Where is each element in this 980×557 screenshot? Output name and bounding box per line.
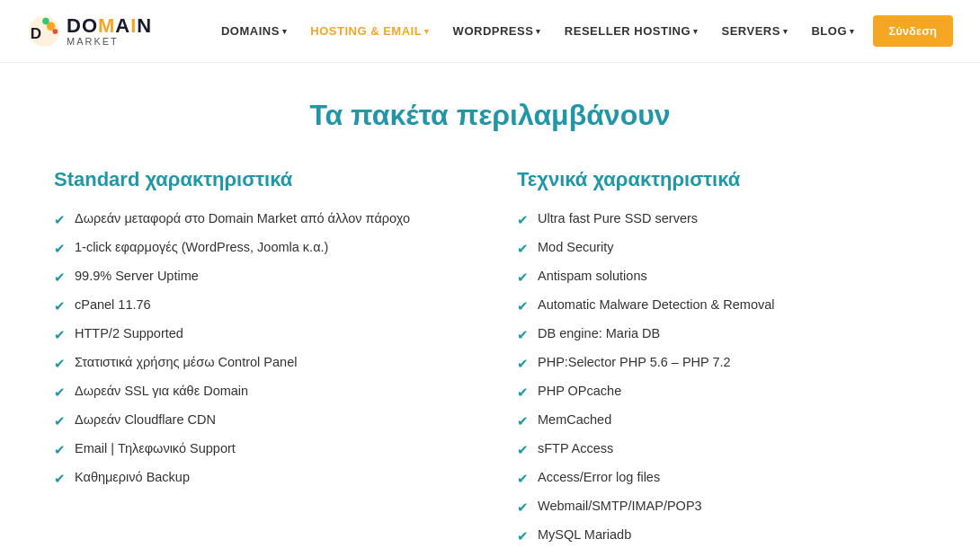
chevron-down-icon: ▾ (282, 27, 288, 36)
list-item: ✔HTTP/2 Supported (54, 324, 463, 344)
list-item: ✔sFTP Access (517, 439, 926, 459)
nav-item-reseller[interactable]: RESELLER HOSTING ▾ (556, 17, 708, 45)
svg-point-4 (42, 17, 49, 24)
checkmark-icon: ✔ (517, 383, 529, 402)
checkmark-icon: ✔ (517, 526, 529, 545)
list-item: ✔MySQL Mariadb (517, 526, 926, 545)
navbar: D DoMaIN MaRket DOMAINS ▾ HOSTING & EMAI… (0, 0, 980, 63)
technical-feature-list: ✔Ultra fast Pure SSD servers✔Mod Securit… (517, 209, 926, 545)
chevron-down-icon: ▾ (536, 27, 541, 36)
checkmark-icon: ✔ (54, 440, 66, 459)
chevron-down-icon: ▾ (850, 27, 855, 36)
list-item: ✔Καθημερινό Backup (54, 468, 463, 488)
list-item: ✔Antispam solutions (517, 267, 926, 287)
chevron-down-icon: ▾ (693, 27, 699, 36)
nav-item-servers[interactable]: SERVERS ▾ (713, 17, 797, 45)
list-item: ✔Δωρεάν μεταφορά στο Domain Market από ά… (54, 209, 463, 229)
list-item: ✔Email | Τηλεφωνικό Support (54, 439, 463, 459)
login-button[interactable]: Σύνδεση (873, 15, 954, 47)
checkmark-icon: ✔ (54, 239, 66, 258)
checkmark-icon: ✔ (54, 383, 66, 402)
svg-text:D: D (31, 24, 41, 41)
svg-point-3 (53, 29, 58, 34)
standard-heading: Standard χαρακτηριστικά (54, 168, 463, 191)
list-item: ✔MemCached (517, 411, 926, 430)
list-item: ✔Δωρεάν Cloudflare CDN (54, 411, 463, 430)
checkmark-icon: ✔ (54, 469, 66, 488)
checkmark-icon: ✔ (517, 239, 529, 258)
checkmark-icon: ✔ (517, 411, 529, 430)
features-grid: Standard χαρακτηριστικά ✔Δωρεάν μεταφορά… (54, 168, 926, 545)
list-item: ✔PHP:Selector PHP 5.6 – PHP 7.2 (517, 353, 926, 373)
list-item: ✔DB engine: Maria DB (517, 324, 926, 344)
logo[interactable]: D DoMaIN MaRket (27, 14, 152, 49)
list-item: ✔Στατιστικά χρήσης μέσω Control Panel (54, 353, 463, 373)
logo-top-text: DoMaIN (67, 16, 152, 36)
standard-features-section: Standard χαρακτηριστικά ✔Δωρεάν μεταφορά… (54, 168, 463, 545)
checkmark-icon: ✔ (517, 325, 529, 344)
chevron-down-icon: ▾ (424, 27, 430, 36)
technical-heading: Τεχνικά χαρακτηριστικά (517, 168, 926, 191)
checkmark-icon: ✔ (517, 469, 529, 488)
nav-item-hosting[interactable]: HOSTING & EMAIL ▾ (301, 17, 438, 45)
checkmark-icon: ✔ (517, 440, 529, 459)
checkmark-icon: ✔ (54, 325, 66, 344)
chevron-down-icon: ▾ (783, 27, 788, 36)
nav-item-domains[interactable]: DOMAINS ▾ (212, 17, 296, 45)
page-title: Τα πακέτα περιλαμβάνουν (54, 99, 926, 132)
checkmark-icon: ✔ (517, 210, 529, 229)
nav-links: DOMAINS ▾ HOSTING & EMAIL ▾ WORDPRESS ▾ … (212, 17, 864, 45)
checkmark-icon: ✔ (517, 268, 529, 287)
list-item: ✔Automatic Malware Detection & Removal (517, 296, 926, 315)
checkmark-icon: ✔ (54, 411, 66, 430)
list-item: ✔Ultra fast Pure SSD servers (517, 209, 926, 229)
checkmark-icon: ✔ (54, 296, 66, 315)
logo-bottom-text: MaRket (67, 36, 152, 47)
standard-feature-list: ✔Δωρεάν μεταφορά στο Domain Market από ά… (54, 209, 463, 488)
list-item: ✔1-click εφαρμογές (WordPress, Joomla κ.… (54, 238, 463, 258)
list-item: ✔Access/Error log files (517, 468, 926, 488)
checkmark-icon: ✔ (54, 354, 66, 373)
main-content: Τα πακέτα περιλαμβάνουν Standard χαρακτη… (0, 63, 980, 557)
checkmark-icon: ✔ (517, 498, 529, 517)
nav-item-wordpress[interactable]: WORDPRESS ▾ (444, 17, 550, 45)
list-item: ✔Webmail/SMTP/IMAP/POP3 (517, 497, 926, 517)
nav-item-blog[interactable]: BLOG ▾ (802, 17, 863, 45)
list-item: ✔cPanel 11.76 (54, 296, 463, 315)
checkmark-icon: ✔ (517, 354, 529, 373)
list-item: ✔Δωρεάν SSL για κάθε Domain (54, 382, 463, 402)
technical-features-section: Τεχνικά χαρακτηριστικά ✔Ultra fast Pure … (517, 168, 926, 545)
checkmark-icon: ✔ (54, 210, 66, 229)
checkmark-icon: ✔ (54, 268, 66, 287)
list-item: ✔Mod Security (517, 238, 926, 258)
checkmark-icon: ✔ (517, 296, 529, 315)
list-item: ✔99.9% Server Uptime (54, 267, 463, 287)
list-item: ✔PHP OPcache (517, 382, 926, 402)
